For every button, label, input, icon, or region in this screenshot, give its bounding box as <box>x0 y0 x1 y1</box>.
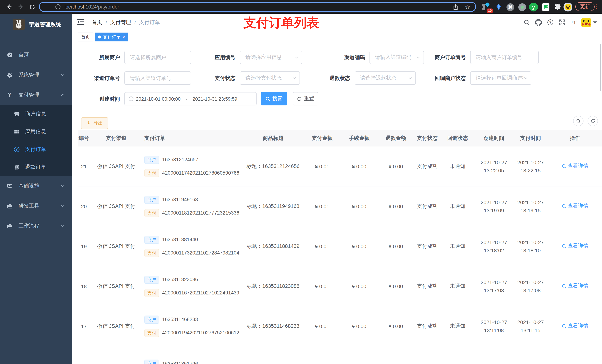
search-icon[interactable] <box>521 14 532 31</box>
pay-tag: 支付 <box>144 289 159 297</box>
callback-status-select[interactable]: 请选择订单回调商户状态 <box>470 71 531 85</box>
cell-actions: 查看详情 <box>548 203 602 210</box>
channel-code-select[interactable]: 请输入渠道编码 <box>369 51 424 64</box>
sidebar-item-app-info[interactable]: 应用信息 <box>0 123 72 141</box>
cell-channel: 微信 JSAPI 支付 <box>90 323 142 329</box>
view-detail-link[interactable]: 查看详情 <box>561 203 589 209</box>
reload-icon[interactable] <box>28 2 37 11</box>
sidebar-item-pay-order[interactable]: ¥ 支付订单 <box>0 141 72 158</box>
user-avatar[interactable] <box>581 18 591 27</box>
col-amount: 支付金额 <box>304 135 341 142</box>
toolbox-icon <box>7 203 13 209</box>
merchant-order-no: 1635311468233 <box>162 317 198 322</box>
app-logo[interactable]: 芋道管理系统 <box>0 14 72 35</box>
sidebar-item-merchant-info[interactable]: 商户信息 <box>0 105 72 123</box>
col-actions: 操作 <box>548 135 602 142</box>
merchant-order-no: 1635311823086 <box>162 277 198 282</box>
breadcrumb-payment[interactable]: 支付管理 <box>110 19 131 26</box>
view-detail-link[interactable]: 查看详情 <box>561 163 589 170</box>
tab-home[interactable]: 首页 <box>78 32 93 42</box>
url-bar[interactable]: localhost:1024/pay/order ☆ <box>39 2 476 12</box>
cell-channel: 微信 JSAPI 支付 <box>90 243 142 250</box>
sidebar-item-label: 系统管理 <box>19 72 39 78</box>
github-icon[interactable] <box>532 14 544 31</box>
dashboard-icon <box>7 52 13 58</box>
window-scrollbar[interactable] <box>600 44 601 91</box>
cell-status: 支付成功 <box>414 323 441 329</box>
search-button[interactable]: 搜索 <box>261 92 287 105</box>
sidebar-item-infra[interactable]: 基础设施 <box>0 176 72 196</box>
sidebar-item-refund-order[interactable]: 退款订单 <box>0 158 72 176</box>
extension-recorder-icon[interactable] <box>517 2 527 12</box>
export-button[interactable]: 导出 <box>81 117 108 129</box>
screen: localhost:1024/pay/order ☆ 10 ⌘ <box>0 0 602 364</box>
extension-balloon-icon[interactable] <box>494 2 504 12</box>
cell-created: 2021-10-27 13:19:09 <box>475 198 513 214</box>
yen-icon: ¥ <box>7 92 13 98</box>
sidebar-item-payment[interactable]: ¥ 支付管理 <box>0 85 72 105</box>
extension-y-icon[interactable]: y <box>529 2 538 12</box>
breadcrumb-home[interactable]: 首页 <box>92 19 102 26</box>
pay-tag: 支付 <box>144 329 159 337</box>
col-created: 创建时间 <box>475 135 513 142</box>
help-icon[interactable]: ? <box>544 14 556 31</box>
toolbox-icon <box>7 223 13 229</box>
table-row: 20 微信 JSAPI 支付 商户 1635311949168 支付 <box>78 187 602 226</box>
page-annotation: 支付订单列表 <box>244 16 319 30</box>
tab-pay-order[interactable]: 支付订单 × <box>95 32 128 42</box>
merchant-order-no: 1635311881440 <box>162 237 198 242</box>
browser-update-button[interactable]: 更新 <box>575 2 595 11</box>
profile-avatar-icon[interactable] <box>563 2 573 12</box>
close-tab-icon[interactable]: × <box>123 35 125 39</box>
cell-paid: 2021-10-27 13:22:15 <box>513 158 548 174</box>
browser-toolbar: localhost:1024/pay/order ☆ 10 ⌘ <box>0 0 602 14</box>
cell-refund: ¥ 0.00 <box>378 243 414 249</box>
sidebar-item-system[interactable]: 系统管理 <box>0 65 72 85</box>
view-detail-link[interactable]: 查看详情 <box>561 243 589 250</box>
browser-menu-icon[interactable]: ⋮ <box>593 2 599 11</box>
sidebar-item-dev-tools[interactable]: 研发工具 <box>0 196 72 216</box>
chevron-down-icon <box>61 223 65 229</box>
extension-command-icon[interactable]: ⌘ <box>505 2 515 12</box>
pay-status-select[interactable]: 请选择支付状态 <box>240 71 300 85</box>
merchant-order-no-input[interactable] <box>470 51 539 64</box>
table-refresh-button[interactable] <box>588 116 598 126</box>
extensions-puzzle-icon[interactable] <box>553 2 562 12</box>
filter-label: 退款状态 <box>302 71 350 85</box>
cell-actions: 查看详情 <box>548 163 602 170</box>
extension-chat-icon[interactable] <box>541 2 550 12</box>
create-time-range-picker[interactable]: 2021-10-01 00:00:00 - 2021-10-31 23:59:5… <box>124 92 257 105</box>
date-start: 2021-10-01 00:00:00 <box>136 96 181 102</box>
font-size-icon[interactable]: TT <box>568 14 580 31</box>
app-select[interactable]: 请选择应用信息 <box>240 51 302 64</box>
sidebar-item-home[interactable]: 首页 <box>0 45 72 65</box>
page-info-icon[interactable] <box>55 4 61 10</box>
cell-actions: 查看详情 <box>548 283 602 290</box>
col-fee: 手续金额 <box>341 135 378 142</box>
sidebar-item-label: 首页 <box>19 52 29 58</box>
sidebar-item-label: 退款订单 <box>25 164 46 171</box>
app-title: 芋道管理系统 <box>29 21 61 28</box>
cell-status: 支付成功 <box>414 243 441 250</box>
cell-actions: 查看详情 <box>548 243 602 250</box>
cell-amount: ¥ 0.01 <box>304 163 341 169</box>
url-text: localhost:1024/pay/order <box>64 4 119 10</box>
back-icon[interactable] <box>4 2 13 11</box>
sidebar-fold-icon[interactable] <box>77 19 85 25</box>
sidebar-item-workflow[interactable]: 工作流程 <box>0 216 72 236</box>
merchant-input[interactable] <box>124 51 191 64</box>
forward-icon[interactable] <box>16 2 25 11</box>
extension-devtools-icon[interactable]: 10 <box>481 2 491 12</box>
table-search-toggle-button[interactable] <box>573 116 583 126</box>
view-detail-link[interactable]: 查看详情 <box>561 283 589 290</box>
reset-button[interactable]: 重置 <box>293 92 318 105</box>
bookmark-star-icon[interactable]: ☆ <box>465 4 470 10</box>
fullscreen-icon[interactable] <box>556 14 568 31</box>
sidebar-item-label: 应用信息 <box>25 128 46 135</box>
user-menu-caret-icon[interactable] <box>593 21 597 23</box>
channel-order-no-input[interactable] <box>124 71 191 85</box>
view-detail-link[interactable]: 查看详情 <box>561 323 589 329</box>
refund-status-select[interactable]: 请选择退款状态 <box>355 71 416 85</box>
share-icon[interactable] <box>453 4 458 10</box>
cell-refund: ¥ 0.00 <box>378 163 414 169</box>
